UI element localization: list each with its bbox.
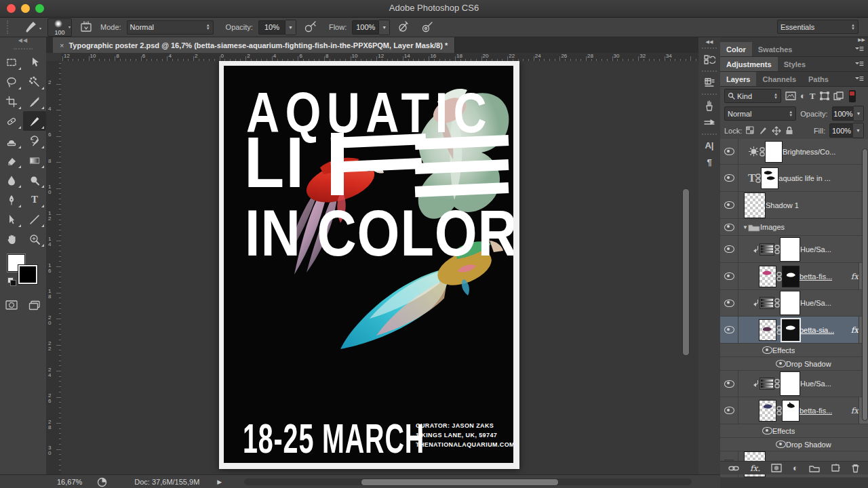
- character-panel-icon-button[interactable]: A|: [698, 137, 720, 154]
- layer-name[interactable]: betta-fis...: [800, 272, 832, 281]
- tool-presets-panel-icon-button[interactable]: [698, 114, 720, 131]
- delete-layer-icon[interactable]: [851, 464, 860, 473]
- opacity-dropdown-button[interactable]: ▼: [285, 20, 296, 35]
- layer-mask-thumbnail[interactable]: [780, 291, 800, 315]
- layer-thumbnail[interactable]: [744, 192, 766, 218]
- default-colors-icon[interactable]: [7, 277, 15, 285]
- panel-menu-icon[interactable]: [854, 42, 868, 56]
- status-options-arrow[interactable]: ▶: [217, 479, 222, 485]
- layer-name[interactable]: betta-sia...: [800, 326, 834, 334]
- canvas-area[interactable]: AQUATIC LI IN COLOR 18-25 MARCH CURATOR:…: [61, 61, 698, 474]
- layer-name[interactable]: betta-fis...: [800, 407, 832, 415]
- layer-thumbnail[interactable]: [759, 400, 776, 422]
- layer-mask-thumbnail[interactable]: [765, 141, 783, 163]
- brush-presets-panel-icon-button[interactable]: [698, 97, 720, 114]
- layer-name[interactable]: Images: [760, 223, 785, 231]
- layer-name[interactable]: aquatic life in ...: [778, 174, 830, 182]
- mask-link-icon[interactable]: [774, 379, 780, 388]
- quick-mask-mode-button[interactable]: [0, 295, 23, 314]
- blur-tool[interactable]: [0, 170, 23, 190]
- visibility-toggle[interactable]: [720, 219, 738, 235]
- flow-dropdown-button[interactable]: ▼: [379, 20, 390, 35]
- layer-mask-thumbnail[interactable]: [780, 237, 800, 262]
- visibility-toggle[interactable]: [720, 397, 738, 424]
- airbrush-opacity-pressure-button[interactable]: [302, 21, 319, 33]
- new-layer-icon[interactable]: [831, 464, 840, 472]
- mask-link-icon[interactable]: [776, 272, 782, 281]
- layer-row-brightness[interactable]: Brightness/Co...: [720, 139, 868, 165]
- visibility-toggle[interactable]: [720, 290, 738, 316]
- layer-mask-thumbnail[interactable]: [782, 400, 800, 422]
- opacity-input[interactable]: 10%: [258, 20, 285, 35]
- history-brush-tool[interactable]: [23, 131, 46, 150]
- layer-row-betta-fis[interactable]: betta-fis... fx ▼: [720, 263, 868, 290]
- filter-smart-objects-icon[interactable]: [833, 92, 844, 100]
- layer-opacity-dropdown[interactable]: ▼: [854, 106, 864, 121]
- mask-link-icon[interactable]: [776, 406, 782, 415]
- layer-mask-thumbnail[interactable]: [761, 167, 778, 189]
- properties-panel-icon-button[interactable]: [698, 74, 720, 91]
- layer-blend-mode-select[interactable]: Normal ▲▼: [724, 106, 796, 121]
- path-selection-tool[interactable]: [0, 209, 23, 229]
- mask-link-icon[interactable]: [760, 147, 765, 157]
- tab-adjustments[interactable]: Adjustments: [720, 57, 778, 71]
- panel-menu-icon[interactable]: [854, 57, 868, 71]
- lasso-tool[interactable]: [0, 72, 23, 92]
- fill-input[interactable]: 100%: [829, 123, 854, 138]
- screen-mode-button[interactable]: [23, 295, 46, 314]
- eye-icon[interactable]: [776, 360, 786, 367]
- tab-color[interactable]: Color: [720, 42, 752, 56]
- eyedropper-tool[interactable]: [23, 92, 46, 111]
- layer-row-text[interactable]: T aquatic life in ...: [720, 165, 868, 192]
- pen-tool[interactable]: [0, 190, 23, 209]
- history-panel-icon-button[interactable]: [698, 51, 720, 68]
- magic-wand-tool[interactable]: [23, 72, 46, 92]
- filter-pixel-layers-icon[interactable]: [785, 92, 796, 100]
- layer-row-betta-sia-selected[interactable]: betta-sia... fx ▲: [720, 317, 868, 344]
- paragraph-panel-icon-button[interactable]: ¶: [698, 154, 720, 171]
- layer-row-images-group[interactable]: ▼ Images: [720, 219, 868, 236]
- lock-transparency-icon[interactable]: [746, 126, 755, 135]
- tab-swatches[interactable]: Swatches: [752, 42, 799, 56]
- fill-dropdown[interactable]: ▼: [853, 123, 864, 138]
- flow-input[interactable]: 100%: [352, 20, 379, 35]
- clone-stamp-tool[interactable]: [0, 131, 23, 150]
- eye-icon[interactable]: [762, 427, 772, 434]
- visibility-toggle[interactable]: [720, 165, 738, 191]
- layer-mask-thumbnail[interactable]: [780, 371, 800, 396]
- hand-tool[interactable]: [0, 229, 23, 249]
- gradient-tool[interactable]: [23, 150, 46, 170]
- layer-row-huesat[interactable]: Hue/Sa...: [720, 290, 868, 317]
- tab-layers[interactable]: Layers: [720, 72, 756, 86]
- layer-row-shadow1[interactable]: Shadow 1: [720, 192, 868, 219]
- document-tab[interactable]: × Typographic poster 2.psd @ 16,7% (bett…: [53, 37, 455, 53]
- eye-icon[interactable]: [762, 346, 772, 354]
- brush-tool-preset-button[interactable]: ▾: [19, 20, 42, 34]
- brush-preset-picker[interactable]: 100 ▾: [47, 18, 72, 37]
- layer-name[interactable]: Hue/Sa...: [800, 380, 831, 388]
- airbrush-toggle-button[interactable]: [395, 21, 413, 33]
- zoom-level-value[interactable]: 16,67%: [57, 478, 82, 486]
- effects-label[interactable]: Effects: [772, 346, 795, 354]
- toggle-brush-panel-button[interactable]: [77, 21, 95, 33]
- dock-collapse-strip[interactable]: ▶▶: [720, 37, 868, 42]
- layers-scrollbar[interactable]: [862, 148, 868, 421]
- fx-badge[interactable]: fx: [851, 272, 859, 281]
- layer-filter-kind-select[interactable]: Kind ▲▼: [724, 89, 781, 103]
- tab-channels[interactable]: Channels: [756, 72, 802, 86]
- fx-badge[interactable]: fx: [851, 406, 859, 415]
- horizontal-scrollbar-thumb[interactable]: [361, 479, 559, 486]
- line-tool[interactable]: [23, 209, 46, 229]
- toolbar-collapse-button[interactable]: ◀◀: [0, 37, 46, 47]
- layer-name[interactable]: Brightness/Co...: [783, 148, 835, 156]
- layer-mask-thumbnail[interactable]: [782, 266, 800, 287]
- link-layers-icon[interactable]: [728, 464, 739, 472]
- filter-shape-layers-icon[interactable]: [820, 92, 829, 100]
- background-color-swatch[interactable]: [18, 265, 37, 284]
- layer-name[interactable]: Hue/Sa...: [800, 245, 831, 253]
- effects-row[interactable]: Effects: [720, 344, 868, 357]
- eraser-tool[interactable]: [0, 150, 23, 170]
- drop-shadow-label[interactable]: Drop Shadow: [786, 441, 831, 449]
- drop-shadow-row[interactable]: Drop Shadow: [720, 438, 868, 451]
- visibility-toggle[interactable]: [720, 263, 738, 289]
